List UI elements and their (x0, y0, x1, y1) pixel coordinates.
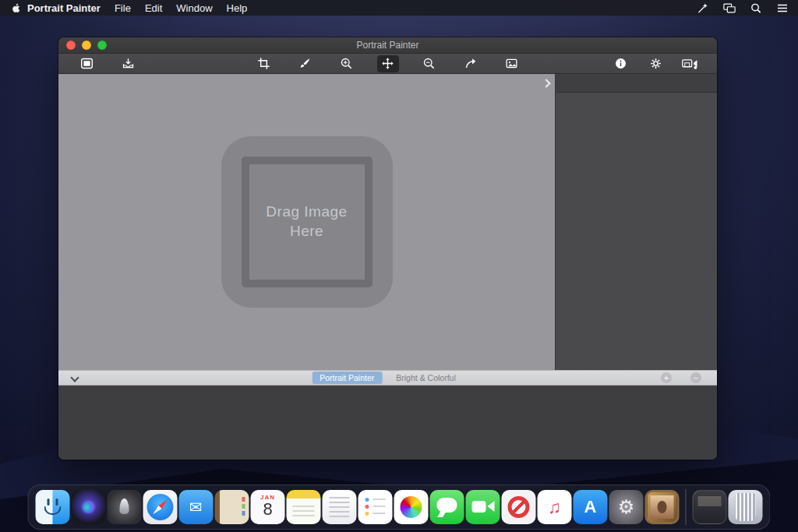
search-icon[interactable] (750, 2, 762, 14)
menu-item-file[interactable]: File (115, 2, 131, 14)
toolbar-group-left (76, 54, 139, 73)
menu-bar: Portrait Painter FileEditWindowHelp (0, 0, 798, 16)
menu-item-edit[interactable]: Edit (145, 2, 162, 14)
menu-item-window[interactable]: Window (176, 2, 212, 14)
photos-icon (401, 496, 422, 518)
window-title-bar[interactable]: Portrait Painter (58, 37, 717, 54)
info-button[interactable] (609, 55, 631, 72)
dock-item-calendar[interactable]: JAN8 (251, 490, 285, 524)
menu-bar-status-icons (697, 2, 789, 14)
dock-item-notes[interactable] (287, 490, 321, 524)
facetime-icon (472, 501, 486, 513)
dock-separator (686, 489, 687, 525)
presets-collapse-chevron-icon[interactable] (70, 373, 79, 382)
open-image-button[interactable] (76, 55, 97, 72)
dock-item-contacts[interactable] (215, 490, 249, 524)
menu-app-name[interactable]: Portrait Painter (27, 2, 101, 14)
dock-item-textedit[interactable] (323, 490, 357, 524)
dock-item-restricted[interactable] (502, 490, 536, 524)
siri-icon (83, 501, 95, 513)
zoom-in-tool-button[interactable] (336, 55, 358, 72)
displays-icon[interactable] (723, 2, 736, 14)
system-preferences-icon: ⚙ (609, 490, 644, 524)
dropzone-text: Drag Image Here (221, 136, 393, 308)
dock-item-siri[interactable] (72, 490, 106, 524)
zoom-out-tool-button[interactable] (418, 55, 440, 72)
mail-icon: ✉ (179, 490, 214, 524)
picture-preview-button[interactable] (501, 55, 523, 72)
trash-icon (736, 493, 756, 521)
document-icon (698, 496, 722, 506)
toolbar-group-right (609, 54, 701, 73)
preset-thumbnail-strip[interactable] (58, 386, 717, 460)
reminders-icon (365, 498, 369, 502)
textedit-icon (330, 497, 350, 499)
music-icon: ♫ (538, 490, 572, 524)
preset-tabs: Portrait PainterBright & Colorful (312, 372, 463, 384)
dock-item-music[interactable]: ♫ (538, 490, 572, 524)
brush-tool-button[interactable] (295, 55, 316, 72)
safari-icon (151, 499, 169, 516)
dock-item-trash[interactable] (729, 490, 763, 524)
wand-icon[interactable] (697, 2, 709, 14)
portrait-painter-window: Portrait Painter Drag Image Here Portrai… (58, 37, 717, 460)
calendar-day-number: 8 (251, 499, 285, 520)
sidebar-header (556, 74, 717, 93)
dock-item-mail[interactable]: ✉ (179, 490, 214, 524)
apple-menu-icon[interactable] (11, 2, 21, 14)
zoom-button[interactable] (97, 41, 107, 50)
dock-item-launchpad[interactable] (108, 490, 142, 524)
desktop: Portrait Painter FileEditWindowHelp Port… (0, 0, 798, 532)
finder-icon (48, 499, 50, 506)
settings-sidebar (555, 74, 717, 370)
dock-items: ✉JAN8♫A⚙ (35, 489, 764, 525)
preset-tab-portrait-painter[interactable]: Portrait Painter (312, 372, 382, 384)
notification-list-icon[interactable] (776, 2, 789, 14)
toolbar-group-center (253, 54, 523, 73)
minimize-button[interactable] (82, 41, 91, 50)
dock: ✉JAN8♫A⚙ (28, 484, 771, 530)
dock-item-finder[interactable] (36, 490, 70, 524)
move-tool-button[interactable] (377, 55, 399, 72)
dock-item-app-store[interactable]: A (574, 490, 608, 524)
dock-item-reminders[interactable] (358, 490, 393, 524)
import-image-button[interactable] (117, 55, 139, 72)
launchpad-icon (120, 499, 129, 514)
dock-item-messages[interactable] (430, 490, 464, 524)
messages-icon (437, 498, 457, 513)
close-button[interactable] (66, 41, 76, 50)
dock-item-photos[interactable] (394, 490, 429, 524)
dock-item-facetime[interactable] (466, 490, 500, 524)
dock-item-portrait-painter[interactable] (645, 490, 680, 524)
toolbar (58, 54, 717, 74)
crop-tool-button[interactable] (253, 55, 275, 72)
remove-preset-button[interactable]: − (690, 372, 701, 383)
preset-bar-buttons: + − (661, 371, 701, 385)
share-export-button[interactable] (460, 55, 482, 72)
dock-item-system-preferences[interactable]: ⚙ (609, 490, 644, 524)
image-dropzone[interactable]: Drag Image Here (221, 136, 393, 308)
sidebar-collapse-chevron-icon[interactable] (542, 79, 550, 87)
notes-icon (293, 506, 315, 507)
menu-item-help[interactable]: Help (227, 2, 248, 14)
settings-button[interactable] (644, 55, 666, 72)
batch-export-button[interactable] (680, 55, 701, 72)
add-preset-button[interactable]: + (661, 372, 672, 383)
app-store-icon: A (574, 490, 608, 524)
traffic-lights (66, 41, 107, 50)
contacts-icon (242, 497, 245, 502)
menu-items: FileEditWindowHelp (115, 2, 261, 14)
restricted-icon (508, 496, 530, 518)
window-title: Portrait Painter (58, 40, 717, 51)
canvas-area[interactable]: Drag Image Here (58, 74, 555, 370)
preset-tab-bright-colorful[interactable]: Bright & Colorful (388, 372, 463, 384)
dock-item-document[interactable] (693, 490, 727, 524)
dock-item-safari[interactable] (143, 490, 178, 524)
preset-bar: Portrait PainterBright & Colorful + − (58, 370, 717, 386)
portrait-painter-icon (651, 495, 674, 519)
window-content: Drag Image Here (58, 74, 717, 370)
